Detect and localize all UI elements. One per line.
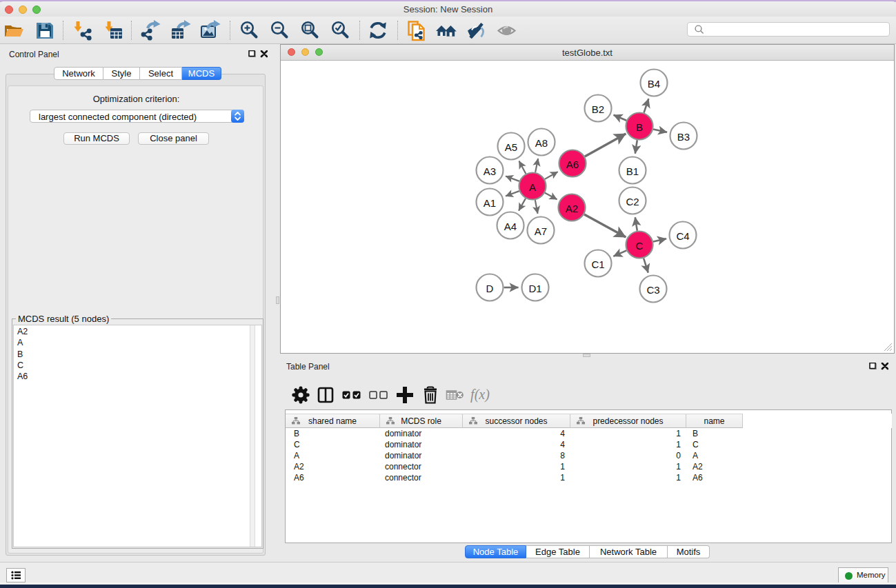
svg-text:C2: C2 [626, 196, 639, 207]
svg-text:B: B [636, 121, 643, 133]
svg-text:A: A [529, 181, 536, 193]
svg-text:C4: C4 [676, 230, 689, 242]
svg-text:f(x): f(x) [470, 387, 490, 403]
svg-text:A1: A1 [484, 197, 496, 209]
svg-text:B1: B1 [626, 165, 639, 177]
svg-text:A8: A8 [535, 137, 548, 149]
svg-text:B2: B2 [592, 103, 604, 115]
svg-text:B4: B4 [648, 78, 660, 90]
svg-text:A2: A2 [566, 203, 578, 214]
svg-text:A6: A6 [566, 159, 579, 170]
svg-text:D: D [486, 283, 494, 294]
svg-text:C: C [636, 240, 644, 252]
svg-text:A3: A3 [484, 165, 496, 177]
svg-text:A4: A4 [504, 221, 517, 232]
svg-text:A5: A5 [505, 141, 517, 153]
svg-text:B3: B3 [677, 131, 690, 143]
svg-text:C3: C3 [646, 284, 659, 296]
svg-text:D1: D1 [528, 283, 541, 294]
svg-text:A7: A7 [535, 225, 547, 237]
svg-text:C1: C1 [591, 258, 604, 270]
